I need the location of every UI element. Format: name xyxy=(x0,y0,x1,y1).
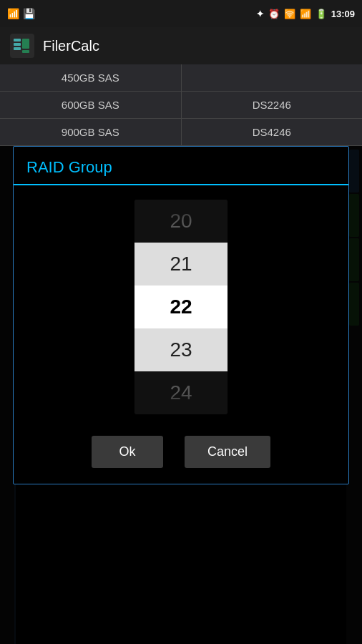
number-spinner[interactable]: 20 21 22 23 24 xyxy=(134,200,228,414)
table-row: 900GB SAS DS4246 xyxy=(0,119,362,146)
app-bar: FilerCalc xyxy=(0,27,362,64)
svg-rect-2 xyxy=(14,47,21,50)
spinner-item-24[interactable]: 24 xyxy=(134,371,228,414)
raid-dialog-title: RAID Group xyxy=(14,147,348,185)
table-row: 600GB SAS DS2246 xyxy=(0,92,362,119)
spinner-item-21[interactable]: 21 xyxy=(134,243,228,286)
spinner-container[interactable]: 20 21 22 23 24 xyxy=(14,185,348,421)
spinner-item-23[interactable]: 23 xyxy=(134,328,228,371)
svg-rect-1 xyxy=(14,43,21,46)
ok-button[interactable]: Ok xyxy=(92,436,163,468)
table-cell-900: 900GB SAS xyxy=(0,119,182,145)
status-left-icons: 📶 💾 xyxy=(7,8,35,19)
battery-icon: 🔋 xyxy=(315,9,327,19)
dialog-overlay: RAID Group 20 21 22 23 24 Ok Cancel xyxy=(0,146,362,644)
svg-rect-3 xyxy=(22,39,29,49)
table-cell-ds4246: DS4246 xyxy=(182,119,363,145)
table-row: 450GB SAS — xyxy=(0,64,362,92)
status-right-icons: ✦ ⏰ 🛜 📶 🔋 13:09 xyxy=(256,9,355,19)
raid-group-dialog: RAID Group 20 21 22 23 24 Ok Cancel xyxy=(13,146,349,484)
main-content: RAID Group 20 21 22 23 24 Ok Cancel xyxy=(0,146,362,644)
clock: 13:09 xyxy=(331,9,355,19)
sim-icon: 📶 xyxy=(7,8,19,19)
table-cell-600: 600GB SAS xyxy=(0,92,182,118)
spinner-item-20[interactable]: 20 xyxy=(134,200,228,243)
status-bar: 📶 💾 ✦ ⏰ 🛜 📶 🔋 13:09 xyxy=(0,0,362,27)
table-cell-ds2246: DS2246 xyxy=(182,92,363,118)
table-header: 450GB SAS — 600GB SAS DS2246 900GB SAS D… xyxy=(0,64,362,146)
bluetooth-icon: ✦ xyxy=(256,9,264,19)
table-cell-empty-1: — xyxy=(182,64,363,91)
wifi-icon: 🛜 xyxy=(284,9,295,19)
spinner-item-22[interactable]: 22 xyxy=(134,286,228,328)
alarm-icon: ⏰ xyxy=(268,9,280,19)
app-title: FilerCalc xyxy=(43,38,99,54)
storage-icon: 💾 xyxy=(23,8,35,19)
svg-rect-4 xyxy=(22,50,29,53)
cancel-button[interactable]: Cancel xyxy=(185,436,270,468)
app-icon xyxy=(10,34,34,58)
svg-rect-0 xyxy=(14,39,21,42)
dialog-buttons: Ok Cancel xyxy=(14,421,348,484)
table-cell-450: 450GB SAS xyxy=(0,64,182,91)
signal-icon: 📶 xyxy=(300,9,311,19)
